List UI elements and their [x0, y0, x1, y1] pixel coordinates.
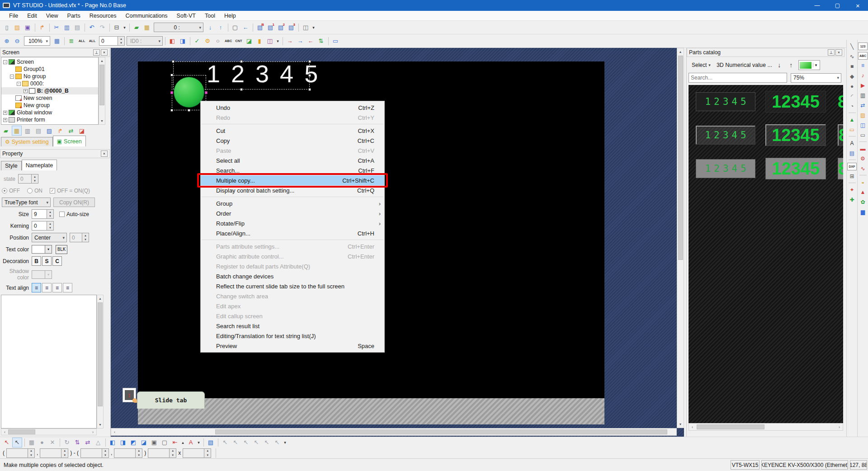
align-all-h-icon[interactable]: ALL: [77, 36, 87, 46]
pin-icon[interactable]: ⊥: [828, 49, 835, 56]
context-menu-item[interactable]: ›: [201, 238, 384, 241]
film-part-icon[interactable]: ▥: [858, 90, 868, 100]
attribute-caret-icon[interactable]: ▾: [196, 438, 201, 447]
x1-spinner[interactable]: ▲▼: [6, 448, 35, 458]
ctx-place-align[interactable]: Place/Align... Ctrl+H ›: [201, 228, 384, 238]
cursor-caret-icon[interactable]: ▾: [283, 438, 288, 447]
delete-mode-icon[interactable]: ✕: [47, 438, 57, 447]
toolbar-icon[interactable]: [62, 36, 66, 46]
catalog-item-partial[interactable]: 8: [838, 124, 843, 146]
toolbar-icon[interactable]: [83, 23, 86, 33]
ctx-edit-apex[interactable]: Edit apex ›: [201, 301, 384, 311]
rectangle-tool-icon[interactable]: ■: [847, 61, 857, 71]
ctx-search[interactable]: Search... Ctrl+F ›: [201, 165, 384, 175]
order-caret-icon[interactable]: ▴: [180, 438, 185, 447]
align-top-edge-icon[interactable]: ◩: [128, 438, 138, 447]
toolbar-icon[interactable]: [104, 438, 107, 447]
shadow-button[interactable]: S: [42, 256, 52, 266]
grid-icon[interactable]: ▦: [52, 36, 62, 46]
ctx-register-default[interactable]: Register to default parts Attribute(Q) ›: [201, 261, 384, 271]
ctx-multiple-copy[interactable]: Multiple copy... Ctrl+Shift+C ›: [201, 175, 384, 185]
text-display-icon[interactable]: ABC: [858, 52, 868, 60]
close-icon[interactable]: ×: [101, 49, 108, 56]
menu-communications[interactable]: Communications: [121, 11, 172, 21]
width-spinner[interactable]: ▲▼: [148, 448, 176, 458]
fit-size-icon[interactable]: ▢: [160, 438, 170, 447]
bold-button[interactable]: B: [32, 256, 41, 266]
buzzer-part-icon[interactable]: ♪: [858, 71, 868, 80]
toolbar-icon[interactable]: [202, 438, 205, 447]
ctx-paste[interactable]: Paste Ctrl+V ›: [201, 146, 384, 155]
align-left-button[interactable]: ≡: [32, 283, 41, 292]
cursor-mode5-icon[interactable]: ↖: [262, 438, 272, 447]
selection-handle-magenta[interactable]: [170, 91, 173, 94]
screen-edit-tool-icon[interactable]: ▰: [1, 126, 11, 136]
align-right-edge-icon[interactable]: ◨: [118, 438, 128, 447]
menu-edit[interactable]: Edit: [23, 11, 42, 21]
tree-item-base-page[interactable]: + B: @0000_B: [1, 87, 98, 94]
tree-item-new-group[interactable]: New group: [1, 102, 98, 109]
catalog-item-segment-display[interactable]: 12345: [696, 92, 755, 111]
arc-tool-icon[interactable]: ◜: [847, 91, 857, 101]
save-icon[interactable]: ▣: [23, 23, 33, 33]
ctx-change-switch-area[interactable]: Change switch area ›: [201, 291, 384, 301]
catalog-item-segment-display[interactable]: 12345: [696, 126, 755, 145]
align-left-edge-icon[interactable]: ◧: [108, 438, 118, 447]
catalog-zoom-combo[interactable]: 75%: [791, 73, 841, 83]
screen-edit-icon[interactable]: ▰: [132, 23, 142, 33]
align-justify-button[interactable]: ≡: [63, 283, 72, 292]
ctx-redo[interactable]: Redo Ctrl+Y ›: [201, 113, 384, 122]
align-bottom-edge-icon[interactable]: ◪: [139, 438, 149, 447]
paste-icon[interactable]: ▤: [72, 23, 82, 33]
auto-size-checkbox[interactable]: [59, 212, 65, 217]
spacing-icon[interactable]: ≣: [66, 36, 76, 46]
toolbar-icon[interactable]: [226, 23, 230, 33]
curve-tool-icon[interactable]: ∿: [847, 52, 857, 61]
screen-convert-tool-icon[interactable]: ⇄: [66, 126, 76, 136]
movie-part-icon[interactable]: ▶: [858, 80, 868, 90]
new-file-icon[interactable]: ▯: [2, 23, 12, 33]
tab-screen[interactable]: ▣ Screen: [53, 136, 86, 146]
screen-3-icon[interactable]: ▧3: [286, 23, 296, 33]
screen-stack-tool-icon[interactable]: ◪: [77, 126, 87, 136]
ctx-cut[interactable]: Cut Ctrl+X ›: [201, 126, 384, 136]
text-list-icon[interactable]: ABC: [223, 36, 233, 46]
slide-tab[interactable]: Slide tab: [137, 391, 205, 409]
preview-zoom-icon[interactable]: ○: [213, 36, 223, 46]
menu-help[interactable]: Help: [220, 11, 241, 21]
screen-table-tool-icon[interactable]: ▦: [12, 126, 22, 136]
ctx-edit-callup[interactable]: Edit callup screen ›: [201, 311, 384, 321]
property-horizontal-scrollbar[interactable]: ‹›: [1, 429, 97, 435]
ctx-parts-attribute[interactable]: Parts attribute settings... Ctrl+Enter ›: [201, 241, 384, 251]
y2-spinner[interactable]: ▲▼: [114, 448, 142, 458]
search-input[interactable]: [689, 73, 787, 83]
tree-item-printer-form[interactable]: + Printer form: [1, 116, 98, 123]
toolbar-icon[interactable]: [58, 438, 61, 447]
simulator-icon[interactable]: ✓: [192, 36, 202, 46]
ctx-display-control-batch[interactable]: Display control batch setting... Ctrl+Q …: [201, 185, 384, 195]
tree-expander-icon[interactable]: -: [3, 60, 7, 64]
chart-part-icon[interactable]: ▆: [858, 207, 868, 217]
tool-icon[interactable]: [847, 111, 857, 114]
prev-screen-icon[interactable]: ↑: [216, 23, 226, 33]
toolbar-icon[interactable]: [108, 23, 111, 33]
close-icon[interactable]: ×: [101, 151, 108, 157]
screen-base-icon[interactable]: ▧B: [255, 23, 265, 33]
zoom-in-icon[interactable]: ⊕: [2, 36, 12, 46]
image-tool-icon[interactable]: ▲: [847, 115, 857, 124]
tree-expander-icon[interactable]: -: [17, 82, 21, 86]
select-screen-icon[interactable]: ▢: [230, 23, 240, 33]
tools-caret-icon[interactable]: ▾: [275, 36, 280, 46]
screen-number-combo[interactable]: 0 :: [154, 23, 203, 32]
selection-handle[interactable]: [172, 60, 175, 63]
print-icon[interactable]: ⊟: [112, 23, 122, 33]
tree-expander-icon[interactable]: +: [24, 89, 28, 93]
cursor-mode3-icon[interactable]: ↖: [241, 438, 251, 447]
monitor-icon[interactable]: ▭: [330, 36, 340, 46]
ctx-undo[interactable]: Undo Ctrl+Z ›: [201, 103, 384, 113]
toolbar-icon[interactable]: [326, 36, 330, 46]
toolbar-icon[interactable]: [297, 23, 300, 33]
select-rect-icon[interactable]: ▧: [206, 438, 216, 447]
search-parts-icon[interactable]: ◨: [178, 36, 188, 46]
clock-part-icon[interactable]: ◒: [858, 177, 868, 187]
